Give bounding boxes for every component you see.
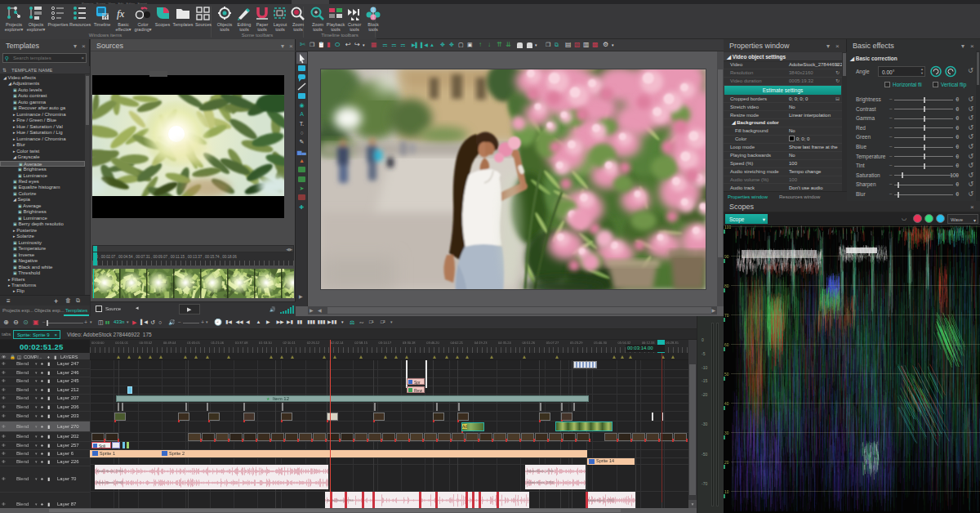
svg-text:fx: fx [117,7,125,20]
